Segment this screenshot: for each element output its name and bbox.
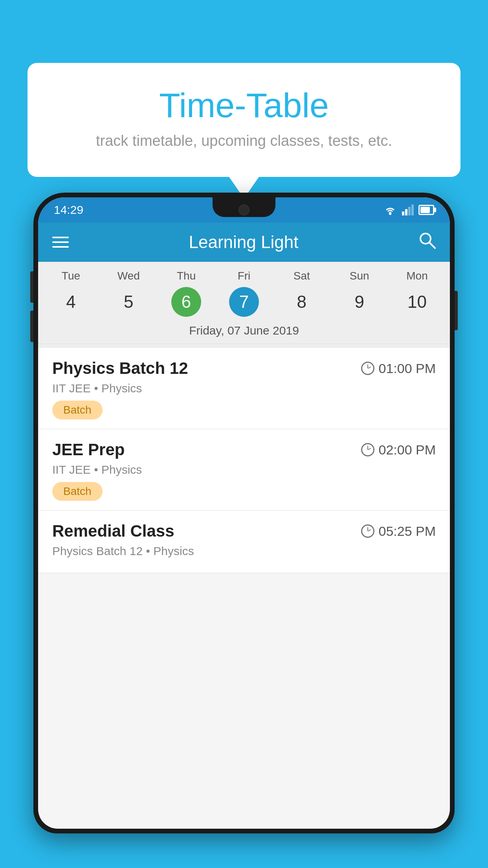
batch-tag-1: Batch bbox=[52, 401, 103, 419]
day-item-thu[interactable]: Thu 6 bbox=[161, 270, 212, 317]
phone-camera bbox=[238, 204, 250, 215]
clock-icon-2 bbox=[361, 443, 374, 456]
day-item-sat[interactable]: Sat 8 bbox=[276, 270, 327, 317]
schedule-title-2: JEE Prep bbox=[52, 440, 125, 459]
batch-tag-2: Batch bbox=[52, 482, 103, 501]
bubble-title: Time-Table bbox=[59, 86, 429, 125]
speech-bubble-container: Time-Table track timetable, upcoming cla… bbox=[28, 63, 460, 177]
bubble-subtitle: track timetable, upcoming classes, tests… bbox=[59, 132, 429, 149]
day-item-mon[interactable]: Mon 10 bbox=[391, 270, 442, 317]
schedule-item-1[interactable]: Physics Batch 12 01:00 PM IIT JEE • Phys… bbox=[38, 348, 450, 429]
battery-icon bbox=[418, 205, 434, 215]
schedule-meta-3: Physics Batch 12 • Physics bbox=[52, 544, 436, 558]
svg-line-6 bbox=[429, 243, 435, 248]
schedule-item-2[interactable]: JEE Prep 02:00 PM IIT JEE • Physics Batc… bbox=[38, 429, 450, 511]
schedule-title-1: Physics Batch 12 bbox=[52, 359, 188, 378]
clock-icon-1 bbox=[361, 362, 374, 375]
schedule-list: Physics Batch 12 01:00 PM IIT JEE • Phys… bbox=[38, 348, 450, 573]
status-time: 14:29 bbox=[54, 203, 83, 217]
schedule-meta-1: IIT JEE • Physics bbox=[52, 382, 436, 395]
svg-point-0 bbox=[389, 213, 391, 215]
day-item-wed[interactable]: Wed 5 bbox=[103, 270, 154, 317]
phone-notch bbox=[213, 197, 275, 217]
phone-screen: 14:29 bbox=[38, 197, 450, 829]
svg-rect-1 bbox=[402, 211, 404, 215]
volume-down-button bbox=[30, 311, 33, 342]
schedule-meta-2: IIT JEE • Physics bbox=[52, 463, 436, 476]
svg-rect-3 bbox=[408, 207, 411, 215]
selected-date-label: Friday, 07 June 2019 bbox=[38, 320, 450, 344]
svg-rect-2 bbox=[405, 209, 407, 215]
svg-rect-4 bbox=[411, 204, 414, 215]
hamburger-menu[interactable] bbox=[52, 237, 69, 248]
schedule-item-3[interactable]: Remedial Class 05:25 PM Physics Batch 12… bbox=[38, 511, 450, 573]
volume-up-button bbox=[30, 271, 33, 303]
day-item-tue[interactable]: Tue 4 bbox=[45, 270, 96, 317]
schedule-item-3-header: Remedial Class 05:25 PM bbox=[52, 522, 436, 541]
clock-icon-3 bbox=[361, 524, 374, 538]
schedule-item-2-header: JEE Prep 02:00 PM bbox=[52, 440, 436, 459]
calendar-strip: Tue 4 Wed 5 Thu 6 Fri 7 bbox=[38, 262, 450, 348]
wifi-icon bbox=[383, 204, 397, 215]
days-row: Tue 4 Wed 5 Thu 6 Fri 7 bbox=[38, 270, 450, 317]
status-icons bbox=[383, 204, 434, 215]
app-title: Learning Light bbox=[189, 232, 299, 252]
search-button[interactable] bbox=[418, 232, 436, 253]
schedule-item-1-header: Physics Batch 12 01:00 PM bbox=[52, 359, 436, 378]
signal-icon bbox=[402, 204, 414, 215]
day-item-fri[interactable]: Fri 7 bbox=[218, 270, 270, 317]
power-button bbox=[455, 291, 458, 330]
app-bar: Learning Light bbox=[38, 223, 450, 262]
phone-device: 14:29 bbox=[33, 193, 455, 833]
schedule-time-1: 01:00 PM bbox=[361, 361, 436, 376]
schedule-time-2: 02:00 PM bbox=[361, 442, 436, 458]
schedule-title-3: Remedial Class bbox=[52, 522, 174, 541]
speech-bubble: Time-Table track timetable, upcoming cla… bbox=[28, 63, 460, 177]
day-item-sun[interactable]: Sun 9 bbox=[334, 270, 385, 317]
phone-wrapper: 14:29 bbox=[33, 193, 455, 868]
schedule-time-3: 05:25 PM bbox=[361, 524, 436, 539]
